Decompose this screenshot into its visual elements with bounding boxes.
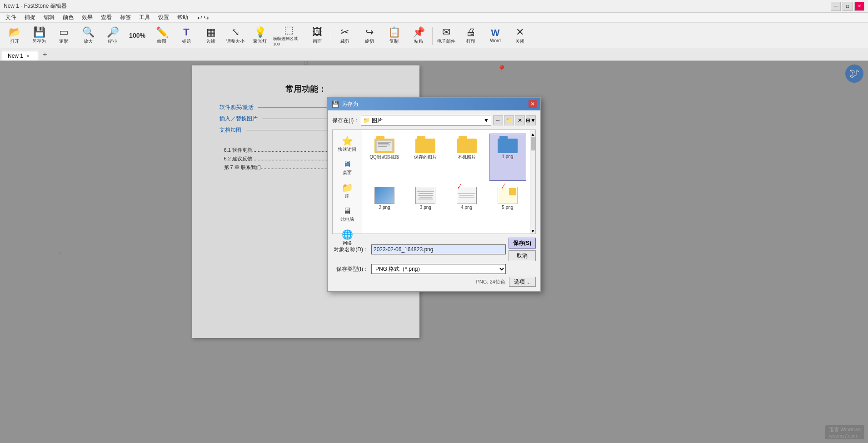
cancel-button[interactable]: 取消 <box>509 250 536 261</box>
nav-network[interactable]: 🌐 网络 <box>334 227 360 248</box>
selection-button[interactable]: ⬚ 横帧选择区域100 <box>273 24 304 48</box>
tab-close-button[interactable]: ✕ <box>26 54 30 59</box>
nav-computer[interactable]: 🖥 此电脑 <box>334 204 360 224</box>
rotate-label: 旋切 <box>365 38 374 45</box>
spotlight-label: 聚光灯 <box>253 38 267 45</box>
zoom-out-button[interactable]: 🔎 缩小 <box>101 24 125 48</box>
scroll-up-button[interactable]: ▲ <box>531 132 535 137</box>
rectangle-button[interactable]: ▭ 矩形 <box>52 24 75 48</box>
dialog-action-buttons: 保存(S) 取消 <box>509 238 536 261</box>
computer-icon: 🖥 <box>343 206 352 216</box>
menu-tags[interactable]: 标签 <box>116 13 135 22</box>
nav-desktop[interactable]: 🖥 桌面 <box>334 157 360 178</box>
word-icon: W <box>491 28 500 37</box>
spotlight-icon: 💡 <box>254 27 266 37</box>
border-button[interactable]: ▦ 边缘 <box>199 24 223 48</box>
dialog-title-group: 💾 另存为 <box>331 100 358 108</box>
menu-settings[interactable]: 设置 <box>155 13 173 22</box>
file-4-png[interactable]: ↓ 4.png <box>448 184 485 230</box>
filetype-select[interactable]: PNG 格式（*.png） JPEG 格式（*.jpg） BMP 格式（*.bm… <box>371 264 506 274</box>
scroll-down-button[interactable]: ▼ <box>531 229 535 234</box>
dialog-nav-icons: ← 📁 ✕ ⊞▼ <box>493 115 536 125</box>
tab-add-button[interactable]: + <box>40 50 50 60</box>
menu-help[interactable]: 帮助 <box>174 13 192 22</box>
canvas-button[interactable]: 🖼 画面 <box>305 24 329 48</box>
crop-button[interactable]: ✂ 裁剪 <box>333 24 357 48</box>
scroll-thumb[interactable] <box>531 137 535 150</box>
word-button[interactable]: W Word <box>484 24 507 48</box>
location-select[interactable]: 📁 图片 ▼ <box>361 115 491 126</box>
zoom-in-button[interactable]: 🔍 放大 <box>76 24 100 48</box>
menu-edit[interactable]: 编辑 <box>40 13 58 22</box>
options-button[interactable]: 选项 ... <box>509 277 536 287</box>
filename-label: 对象名称(D)： <box>332 246 369 254</box>
crop-icon: ✂ <box>341 27 349 37</box>
status-text: PNG: 24位色 <box>476 279 505 285</box>
border-label: 边缘 <box>206 38 215 45</box>
file-scrollbar[interactable]: ▲ ▼ <box>530 130 535 234</box>
selection-label: 横帧选择区域100 <box>273 36 304 46</box>
redo-button[interactable]: ↪ <box>204 14 209 21</box>
close-doc-label: 关闭 <box>515 38 524 45</box>
zoom-100-button[interactable]: 100% <box>125 24 149 48</box>
file-nav: ⭐ 快速访问 🖥 桌面 📁 库 🖥 此电脑 <box>333 130 362 234</box>
save-button[interactable]: 保存(S) <box>509 238 536 249</box>
word-label: Word <box>490 38 501 43</box>
nav-library[interactable]: 📁 库 <box>334 180 360 201</box>
dialog-status-row: PNG: 24位色 选项 ... <box>332 277 536 287</box>
folder-icon-qq <box>374 136 394 153</box>
menu-tools[interactable]: 工具 <box>135 13 154 22</box>
spotlight-button[interactable]: 💡 聚光灯 <box>248 24 272 48</box>
filename-input[interactable] <box>371 244 506 254</box>
resize-button[interactable]: ⤡ 调整大小 <box>224 24 247 48</box>
dialog-body: 保存在(I)： 📁 图片 ▼ ← 📁 ✕ ⊞▼ <box>328 110 540 291</box>
menu-file[interactable]: 文件 <box>2 13 20 22</box>
delete-button[interactable]: ✕ <box>515 115 525 125</box>
zoom-in-icon: 🔍 <box>82 27 95 37</box>
save-as-button[interactable]: 💾 另存为 <box>27 24 51 48</box>
undo-button[interactable]: ↩ <box>197 14 203 21</box>
location-dropdown-icon[interactable]: ▼ <box>484 117 489 124</box>
menu-capture[interactable]: 捕捉 <box>21 13 39 22</box>
minimize-button[interactable]: ─ <box>831 2 841 11</box>
file-5-png[interactable]: ↓ 5.png <box>489 184 526 230</box>
file-saved-pics[interactable]: 保存的图片 <box>407 134 444 181</box>
menu-view[interactable]: 查看 <box>97 13 115 22</box>
rotate-button[interactable]: ↪ 旋切 <box>358 24 381 48</box>
location-folder-icon: 📁 <box>363 117 370 124</box>
maximize-button[interactable]: □ <box>843 2 853 11</box>
file-5png-label: 5.png <box>502 205 513 210</box>
desktop-label: 桌面 <box>343 169 352 176</box>
copy-button[interactable]: 📋 复制 <box>382 24 406 48</box>
draw-button[interactable]: ✏️ 绘图 <box>150 24 174 48</box>
new-folder-button[interactable]: 📁 <box>504 115 514 125</box>
paste-icon: 📌 <box>413 27 425 37</box>
view-toggle-button[interactable]: ⊞▼ <box>526 115 536 125</box>
menu-effects[interactable]: 效果 <box>78 13 96 22</box>
quick-access-icon: ⭐ <box>342 135 353 146</box>
folder-icon-1png <box>498 136 518 153</box>
file-3-png[interactable]: 3.png <box>407 184 444 230</box>
title-button[interactable]: T 标题 <box>175 24 198 48</box>
file-local-photos[interactable]: 本机照片 <box>448 134 485 181</box>
file-1png-label: 1.png <box>502 154 513 159</box>
nav-quick-access[interactable]: ⭐ 快速访问 <box>334 134 360 154</box>
file-qq-screenshots[interactable]: QQ浏览器截图 <box>366 134 403 181</box>
save-as-dialog: 💾 另存为 ✕ 保存在(I)： 📁 图片 ▼ ← <box>327 97 541 292</box>
menu-color[interactable]: 颜色 <box>59 13 77 22</box>
open-button[interactable]: 📂 打开 <box>3 24 26 48</box>
rectangle-icon: ▭ <box>59 27 69 37</box>
email-button[interactable]: ✉ 电子邮件 <box>434 24 458 48</box>
tab-new1[interactable]: New 1 ✕ <box>2 51 38 60</box>
dialog-close-button[interactable]: ✕ <box>529 100 537 108</box>
titlebar-controls: ─ □ ✕ <box>831 2 864 11</box>
app-close-button[interactable]: ✕ <box>854 2 864 11</box>
file-2-png[interactable]: 2.png <box>366 184 403 230</box>
print-button[interactable]: 🖨 打印 <box>459 24 483 48</box>
paste-button[interactable]: 📌 粘贴 <box>407 24 430 48</box>
tabbar: New 1 ✕ + <box>0 49 868 61</box>
toolbar-separator-2 <box>432 27 433 45</box>
close-doc-button[interactable]: ✕ 关闭 <box>508 24 532 48</box>
file-1-png[interactable]: 1.png <box>489 134 526 181</box>
nav-back-button[interactable]: ← <box>493 115 503 125</box>
